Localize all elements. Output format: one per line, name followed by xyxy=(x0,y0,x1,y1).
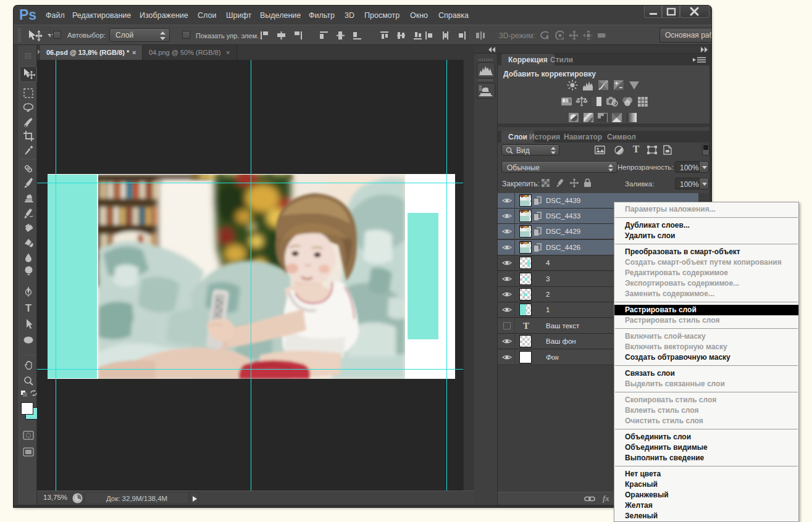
svg-text:T: T xyxy=(25,302,32,313)
